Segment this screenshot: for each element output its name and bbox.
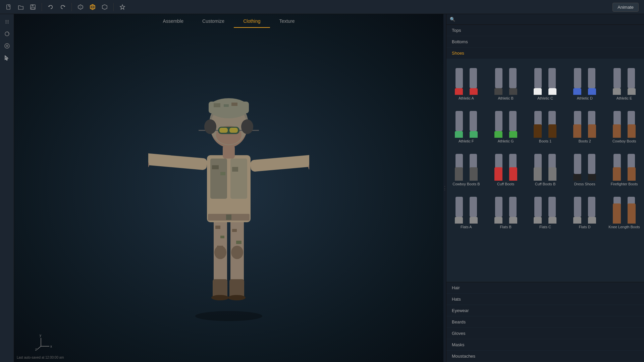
svg-rect-32 [212, 165, 219, 169]
bottom-categories: HairHatsEyewearBeardsGlovesMasksMoustach… [446, 282, 644, 362]
svg-rect-85 [588, 88, 596, 95]
open-file-icon[interactable] [16, 2, 25, 12]
rotate-icon[interactable] [2, 29, 12, 39]
shoe-item[interactable]: Athletic C [526, 60, 565, 103]
tab-assemble[interactable]: Assemble [154, 15, 193, 28]
tab-clothing[interactable]: Clothing [234, 15, 270, 28]
category-masks[interactable]: Masks [446, 339, 644, 351]
svg-point-51 [241, 119, 253, 134]
shoe-item[interactable]: Athletic A [446, 60, 486, 103]
shoe-item[interactable]: Knee Length Boots [604, 189, 644, 232]
svg-rect-79 [548, 88, 556, 95]
svg-point-23 [214, 246, 226, 259]
svg-rect-179 [613, 203, 621, 224]
tab-texture[interactable]: Texture [270, 15, 304, 28]
shoe-item[interactable]: Dress Shoes [565, 146, 604, 189]
shoe-item[interactable]: Athletic F [446, 103, 486, 146]
svg-rect-71 [494, 88, 502, 95]
shoe-item[interactable]: Firefighter Boots [604, 146, 644, 189]
shoe-item[interactable]: Athletic G [486, 103, 526, 146]
category-shoes[interactable]: Shoes [446, 48, 644, 59]
category-moustaches[interactable]: Moustaches [446, 351, 644, 362]
svg-rect-95 [455, 131, 463, 138]
category-hair[interactable]: Hair [446, 282, 644, 294]
svg-rect-119 [613, 124, 621, 138]
shoe-item[interactable]: Boots 2 [565, 103, 604, 146]
svg-rect-94 [470, 111, 477, 131]
svg-rect-89 [613, 88, 621, 95]
add-icon[interactable] [2, 41, 12, 51]
animate-button[interactable]: Animate [612, 3, 639, 12]
svg-rect-160 [509, 197, 517, 217]
viewport[interactable]: Assemble Customize Clothing Texture [14, 14, 443, 362]
search-icon: 🔍 [450, 17, 455, 22]
category-hats[interactable]: Hats [446, 294, 644, 305]
shoe-item[interactable]: Cuff Boots B [526, 146, 565, 189]
search-input[interactable] [457, 17, 641, 22]
save-icon[interactable] [28, 2, 38, 12]
svg-rect-88 [628, 68, 635, 88]
svg-rect-46 [219, 128, 228, 133]
svg-rect-33 [220, 172, 225, 175]
shoe-item[interactable]: Flats B [486, 189, 526, 232]
category-eyewear[interactable]: Eyewear [446, 305, 644, 316]
redo-icon[interactable] [58, 2, 67, 12]
svg-rect-93 [455, 111, 463, 131]
svg-rect-171 [574, 197, 581, 217]
svg-rect-131 [494, 167, 502, 181]
shoe-item[interactable]: Cuff Boots [486, 146, 526, 189]
shoe-item[interactable]: Athletic B [486, 60, 526, 103]
svg-rect-107 [534, 124, 542, 138]
svg-rect-37 [250, 155, 309, 172]
svg-rect-73 [509, 88, 517, 95]
cursor-icon[interactable] [2, 53, 12, 63]
shoes-grid: Athletic A Athletic B Athletic C Athleti… [446, 60, 644, 232]
tab-customize[interactable]: Customize [193, 15, 234, 28]
cube2-icon[interactable] [88, 2, 97, 12]
shoe-item[interactable]: Flats A [446, 189, 486, 232]
svg-point-7 [5, 21, 6, 22]
svg-rect-115 [588, 124, 596, 138]
shoe-item[interactable]: Flats D [565, 189, 604, 232]
svg-rect-154 [470, 197, 477, 217]
svg-rect-141 [574, 154, 581, 174]
category-beards[interactable]: Beards [446, 316, 644, 328]
cube1-icon[interactable] [76, 2, 85, 12]
svg-rect-165 [534, 197, 542, 217]
svg-rect-76 [548, 68, 556, 88]
svg-rect-81 [574, 68, 581, 88]
svg-rect-97 [470, 131, 478, 138]
shoe-item[interactable]: Boots 1 [526, 103, 565, 146]
shoe-item[interactable]: Athletic D [565, 60, 604, 103]
svg-rect-82 [588, 68, 595, 88]
shoes-grid-container[interactable]: Athletic A Athletic B Athletic C Athleti… [446, 59, 644, 282]
category-tops[interactable]: Tops [446, 25, 644, 36]
shoe-item[interactable]: Cowboy Boots B [446, 146, 486, 189]
shoe-item[interactable]: Flats C [526, 189, 565, 232]
svg-rect-139 [548, 167, 556, 181]
svg-rect-91 [628, 88, 636, 95]
svg-rect-65 [455, 88, 463, 95]
svg-rect-155 [455, 217, 463, 224]
new-file-icon[interactable] [4, 2, 13, 12]
star-icon[interactable] [118, 2, 127, 12]
svg-rect-169 [548, 217, 556, 224]
drag-handle-icon[interactable] [2, 17, 12, 27]
shoe-item[interactable]: Athletic E [604, 60, 644, 103]
svg-marker-4 [120, 5, 125, 9]
cube3-icon[interactable] [100, 2, 109, 12]
svg-rect-2 [32, 5, 34, 6]
svg-rect-143 [573, 174, 581, 181]
category-bottoms[interactable]: Bottoms [446, 36, 644, 48]
svg-point-8 [7, 21, 8, 22]
svg-text:z: z [35, 348, 37, 351]
panel-divider[interactable] [443, 14, 446, 362]
svg-rect-103 [509, 131, 517, 138]
svg-rect-87 [613, 68, 621, 88]
category-gloves[interactable]: Gloves [446, 328, 644, 339]
shoe-item[interactable]: Cowboy Boots [604, 103, 644, 146]
undo-icon[interactable] [46, 2, 55, 12]
status-bar: Last auto-saved at 12:00:00 am [17, 356, 64, 359]
svg-rect-36 [226, 215, 231, 220]
svg-rect-75 [534, 68, 542, 88]
